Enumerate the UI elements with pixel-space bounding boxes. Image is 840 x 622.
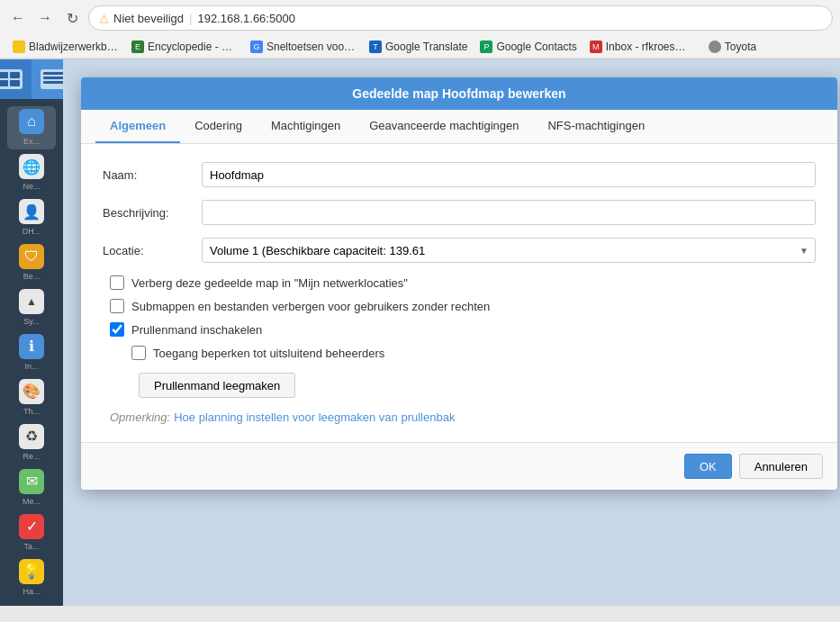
bookmark-icon: P (480, 41, 492, 53)
grid-icon (0, 69, 23, 89)
locatie-select[interactable]: Volume 1 (Beschikbare capaciteit: 139.61 (202, 238, 816, 263)
bookmark-label: Toyota (725, 41, 756, 53)
dialog-overlay: Gedeelde map Hoofdmap bewerken Algemeen … (63, 59, 840, 606)
sidebar-item-label: Be... (23, 272, 41, 281)
system-icon: ▲ (19, 289, 44, 314)
bookmark-label: Google Translate (385, 41, 467, 53)
beschrijving-input[interactable] (202, 200, 816, 225)
tab-geavanceerd[interactable]: Geavanceerde machtigingen (355, 110, 533, 143)
bookmark-icon (13, 41, 25, 53)
bookmark-bladwijzer[interactable]: Bladwijzerwerkbalk (7, 39, 124, 55)
dialog-footer: OK Annuleren (81, 442, 837, 490)
tab-grid[interactable] (0, 59, 32, 99)
network-icon: 🌐 (19, 154, 44, 179)
url-text: 192.168.1.66:5000 (197, 12, 294, 25)
sidebar-item-label: In... (24, 362, 38, 371)
bookmark-label: Bladwijzerwerkbalk (29, 41, 119, 53)
cb2-label: Submappen en bestanden verbergen voor ge… (131, 300, 490, 313)
cb1-checkbox[interactable] (110, 275, 124, 290)
locatie-row: Locatie: Volume 1 (Beschikbare capacitei… (103, 238, 816, 263)
sidebar-item-theme[interactable]: 🎨 Th... (7, 375, 56, 419)
bookmark-icon: E (131, 41, 144, 53)
tab-algemeen[interactable]: Algemeen (95, 110, 180, 143)
sidebar-item-label: Me... (23, 497, 41, 506)
note-label: Opmerking: (110, 410, 170, 424)
sidebar-item-system[interactable]: ▲ Sy... (7, 286, 56, 329)
bookmark-icon: T (369, 41, 382, 53)
ok-button[interactable]: OK (684, 454, 732, 479)
bookmark-contacts[interactable]: P Google Contacts (474, 39, 582, 55)
sidebar-item-label: Ha... (23, 587, 40, 596)
sidebar-item-label: Sy... (23, 317, 39, 326)
help-icon: 💡 (19, 559, 44, 584)
recycle-icon: ♻ (19, 424, 44, 449)
bookmark-translate[interactable]: T Google Translate (364, 39, 473, 55)
cb4-checkbox[interactable] (131, 346, 146, 360)
cb1-label: Verberg deze gedeelde map in "Mijn netwe… (131, 276, 408, 290)
cb3-label: Prullenmand inschakelen (131, 323, 262, 337)
sidebar-item-dhcp[interactable]: 👤 DH... (7, 196, 56, 239)
cb2-checkbox[interactable] (110, 299, 124, 313)
sidebar-item-recycle[interactable]: ♻ Re... (7, 420, 56, 464)
naam-input[interactable] (202, 162, 816, 187)
refresh-button[interactable]: ↻ (61, 7, 83, 29)
home-icon: ⌂ (19, 109, 44, 134)
sidebar-item-tasks[interactable]: ✓ Ta... (7, 510, 56, 554)
bookmark-inbox[interactable]: M Inbox - rfkroes@g... (584, 39, 701, 55)
note-row: Opmerking: Hoe planning instellen voor l… (103, 410, 816, 424)
sidebar-item-security[interactable]: 🛡 Be... (7, 241, 56, 284)
app-area: ⌂ Ex... 🌐 Ne... 👤 DH... 🛡 Be... ▲ Sy... … (0, 59, 840, 606)
naam-label: Naam: (103, 168, 202, 182)
tab-codering[interactable]: Codering (180, 110, 257, 143)
bookmark-label: Sneltoetsen voor C... (266, 41, 357, 53)
bookmark-toyota[interactable]: Toyota (703, 39, 762, 55)
sidebar-item-network[interactable]: 🌐 Ne... (7, 151, 56, 194)
dialog-tabs: Algemeen Codering Machtigingen Geavancee… (81, 110, 837, 144)
tab-label: Codering (194, 119, 242, 132)
beschrijving-label: Beschrijving: (103, 206, 202, 220)
sidebar-item-help[interactable]: 💡 Ha... (7, 555, 56, 599)
tab-nfs[interactable]: NFS-machtigingen (533, 110, 659, 143)
dialog-header: Gedeelde map Hoofdmap bewerken (81, 77, 837, 110)
cb3-row: Prullenmand inschakelen (103, 322, 816, 337)
locatie-label: Locatie: (103, 244, 202, 257)
sidebar-item-label: DH... (23, 227, 41, 236)
sidebar-item-messages[interactable]: ✉ Me... (7, 465, 56, 509)
shield-icon: 🛡 (19, 244, 44, 269)
tab-label: Algemeen (110, 119, 166, 132)
address-bar[interactable]: △ Niet beveiligd | 192.168.1.66:5000 (88, 5, 833, 31)
dialog-title: Gedeelde map Hoofdmap bewerken (352, 86, 565, 101)
bookmark-icon: G (250, 41, 263, 53)
browser-chrome: ← → ↻ △ Niet beveiligd | 192.168.1.66:50… (0, 0, 840, 59)
bookmark-label: Inbox - rfkroes@g... (606, 41, 696, 53)
theme-icon: 🎨 (19, 379, 44, 404)
bookmark-label: Google Contacts (496, 41, 576, 53)
dialog: Gedeelde map Hoofdmap bewerken Algemeen … (81, 77, 837, 490)
bookmark-sneltoetsen[interactable]: G Sneltoetsen voor C... (245, 39, 362, 55)
forward-button[interactable]: → (34, 7, 56, 29)
bookmark-encyclopedie[interactable]: E Encyclopedie - Ned... (126, 39, 243, 55)
cb4-label: Toegang beperken tot uitsluitend beheerd… (153, 347, 384, 360)
main-content: Gedeelde map Hoofdmap bewerken Algemeen … (63, 59, 840, 606)
tab-label: Machtigingen (271, 119, 340, 132)
sidebar-item-label: Re... (23, 452, 40, 461)
address-separator: | (189, 12, 192, 25)
info-icon: ℹ (19, 334, 44, 359)
security-warning-icon: △ (100, 12, 108, 24)
tab-machtigingen[interactable]: Machtigingen (257, 110, 355, 143)
note-link[interactable]: Hoe planning instellen voor leegmaken va… (174, 410, 455, 424)
clean-btn-row: Prullenmand leegmaken (103, 369, 816, 398)
cb2-row: Submappen en bestanden verbergen voor ge… (103, 299, 816, 313)
browser-nav: ← → ↻ △ Niet beveiligd | 192.168.1.66:50… (0, 0, 840, 36)
locatie-select-wrapper: Volume 1 (Beschikbare capaciteit: 139.61… (202, 238, 816, 263)
tab-label: NFS-machtigingen (547, 119, 645, 132)
sidebar-item-info[interactable]: ℹ In... (7, 331, 56, 374)
cb3-checkbox[interactable] (110, 322, 124, 337)
back-button[interactable]: ← (7, 7, 29, 29)
cb1-row: Verberg deze gedeelde map in "Mijn netwe… (103, 275, 816, 290)
naam-row: Naam: (103, 162, 816, 187)
cb4-row: Toegang beperken tot uitsluitend beheerd… (103, 346, 816, 360)
prullenmand-leegmaken-button[interactable]: Prullenmand leegmaken (139, 373, 295, 398)
cancel-button[interactable]: Annuleren (739, 454, 823, 479)
sidebar-item-home[interactable]: ⌂ Ex... (7, 106, 56, 149)
